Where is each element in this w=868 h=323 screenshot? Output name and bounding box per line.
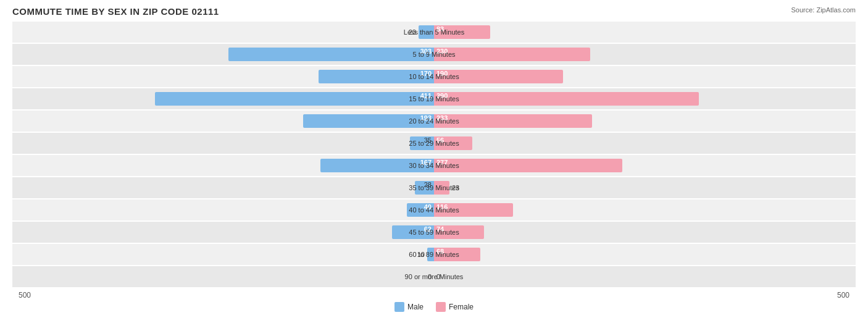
left-section: 170: [12, 66, 434, 87]
left-section: 28: [12, 177, 434, 198]
chart-row: 4011640 to 44 Minutes: [12, 199, 856, 220]
right-section: 190: [434, 66, 856, 87]
chart-row: 627445 to 59 Minutes: [12, 222, 856, 243]
right-section: 56: [434, 133, 856, 154]
row-label: 45 to 59 Minutes: [385, 229, 483, 236]
chart-row: 282335 to 39 Minutes: [12, 177, 856, 198]
legend-male-label: Male: [407, 303, 424, 311]
chart-row: 3032305 to 9 Minutes: [12, 44, 856, 65]
chart-row: 17019010 to 14 Minutes: [12, 66, 856, 87]
row-label: 60 to 89 Minutes: [385, 251, 483, 258]
right-section: 74: [434, 222, 856, 243]
left-section: 35: [12, 133, 434, 154]
chart-row: 2383Less than 5 Minutes: [12, 22, 856, 43]
row-label: 35 to 39 Minutes: [385, 184, 483, 191]
right-section: 68: [434, 244, 856, 265]
left-section: 193: [12, 111, 434, 132]
left-section: 167: [12, 155, 434, 176]
legend-female-box: [436, 302, 446, 312]
row-label: Less than 5 Minutes: [385, 28, 483, 36]
axis-left: 500: [12, 291, 434, 300]
chart-title: COMMUTE TIME BY SEX IN ZIP CODE 02111: [12, 6, 856, 17]
left-section: 10: [12, 244, 434, 265]
chart-row: 19323320 to 24 Minutes: [12, 111, 856, 132]
axis-right: 500: [434, 291, 856, 300]
row-label: 25 to 29 Minutes: [385, 140, 483, 147]
chart-row: 0090 or more Minutes: [12, 266, 856, 287]
row-label: 5 to 9 Minutes: [385, 51, 483, 58]
right-section: 116: [434, 199, 856, 220]
chart-rows-wrapper: 2383Less than 5 Minutes3032305 to 9 Minu…: [12, 22, 856, 287]
chart-row: 355625 to 29 Minutes: [12, 133, 856, 154]
row-label: 90 or more Minutes: [385, 273, 483, 280]
legend-male: Male: [394, 302, 424, 312]
left-section: 23: [12, 22, 434, 43]
right-section: 233: [434, 111, 856, 132]
left-section: 411: [12, 88, 434, 109]
chart-row: 16727730 to 34 Minutes: [12, 155, 856, 176]
chart-row: 41139015 to 19 Minutes: [12, 88, 856, 109]
left-section: 40: [12, 199, 434, 220]
legend-female: Female: [436, 302, 474, 312]
left-section: 303: [12, 44, 434, 65]
right-section: 390: [434, 88, 856, 109]
row-label: 30 to 34 Minutes: [385, 162, 483, 169]
row-label: 20 to 24 Minutes: [385, 117, 483, 125]
left-section: 0: [12, 266, 434, 287]
right-section: 0: [434, 266, 856, 287]
row-label: 40 to 44 Minutes: [385, 206, 483, 214]
right-section: 230: [434, 44, 856, 65]
axis-row: 500 500: [12, 291, 856, 300]
right-section: 277: [434, 155, 856, 176]
legend-male-box: [394, 302, 404, 312]
right-section: 83: [434, 22, 856, 43]
row-label: 10 to 14 Minutes: [385, 73, 483, 80]
right-section: 23: [434, 177, 856, 198]
legend-female-label: Female: [449, 303, 474, 311]
chart-row: 106860 to 89 Minutes: [12, 244, 856, 265]
row-label: 15 to 19 Minutes: [385, 95, 483, 103]
left-section: 62: [12, 222, 434, 243]
source-label: Source: ZipAtlas.com: [791, 6, 856, 14]
legend: Male Female: [12, 302, 856, 312]
chart-container: COMMUTE TIME BY SEX IN ZIP CODE 02111 So…: [0, 0, 868, 323]
